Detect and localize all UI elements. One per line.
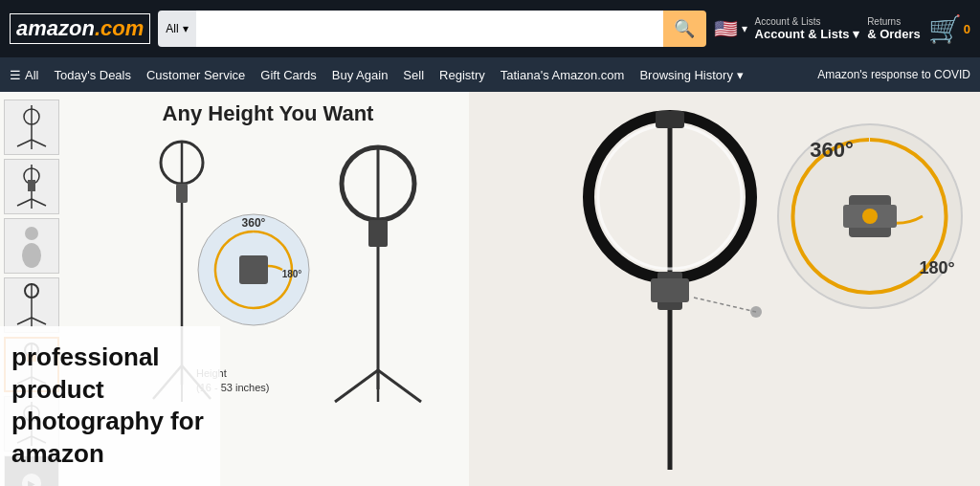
thumbnail-1[interactable] — [4, 99, 59, 155]
todays-deals-label: Today's Deals — [54, 68, 131, 82]
hamburger-icon: ☰ — [10, 68, 21, 82]
customer-service-label: Customer Service — [146, 68, 245, 82]
chevron-down-icon: ▾ — [183, 22, 189, 35]
nav-browsing-history[interactable]: Browsing History ▾ — [639, 68, 743, 82]
svg-rect-43 — [656, 111, 684, 128]
account-line2: Account & Lists ▾ — [755, 27, 860, 41]
svg-line-14 — [32, 318, 46, 324]
all-menu-button[interactable]: ☰ All — [10, 68, 38, 82]
rotation-detail-callout: 360° 180° — [774, 121, 966, 312]
gift-cards-label: Gift Cards — [260, 68, 317, 82]
svg-text:360°: 360° — [810, 138, 854, 162]
search-icon: 🔍 — [674, 18, 695, 39]
main-content: ▶ 2 VIDEOS Any Height You Want — [0, 92, 980, 486]
covid-notice-label: Amazon's response to COVID — [817, 68, 970, 81]
svg-line-33 — [335, 370, 378, 402]
search-button[interactable]: 🔍 — [663, 11, 706, 47]
svg-line-2 — [17, 140, 32, 146]
search-bar: All ▾ 🔍 — [158, 11, 705, 47]
account-menu[interactable]: Account & Lists Account & Lists ▾ — [755, 16, 860, 41]
thumbnail-3[interactable] — [4, 218, 59, 274]
nav-gift-cards[interactable]: Gift Cards — [260, 68, 317, 82]
thumbnail-4[interactable] — [4, 277, 59, 333]
top-navigation: amazon.com All ▾ 🔍 🇺🇸 ▾ Account & Lists … — [0, 0, 980, 57]
orders-label: & Orders — [867, 27, 921, 41]
logo-accent: .com — [95, 16, 144, 40]
svg-point-51 — [862, 209, 878, 224]
nav-tatiana-amazon[interactable]: Tatiana's Amazon.com — [501, 68, 625, 82]
chevron-down-icon: ▾ — [742, 22, 747, 35]
svg-rect-37 — [239, 255, 268, 284]
flag-icon: 🇺🇸 — [714, 17, 738, 40]
product-image-panel: ▶ 2 VIDEOS Any Height You Want — [0, 92, 469, 486]
country-selector[interactable]: 🇺🇸 ▾ — [714, 17, 747, 40]
sell-label: Sell — [403, 68, 424, 82]
svg-text:180°: 180° — [282, 269, 302, 279]
nav-sell[interactable]: Sell — [403, 68, 424, 82]
browsing-history-label: Browsing History ▾ — [639, 68, 743, 82]
svg-line-47 — [694, 298, 756, 312]
thumbnail-2[interactable] — [4, 159, 59, 214]
cart-icon: 🛒 — [928, 13, 962, 45]
svg-line-7 — [17, 199, 32, 206]
returns-orders[interactable]: Returns & Orders — [867, 16, 921, 41]
product-image-title: Any Height You Want — [163, 101, 374, 126]
search-category-label: All — [166, 22, 178, 35]
nav-todays-deals[interactable]: Today's Deals — [54, 68, 131, 82]
search-category-dropdown[interactable]: All ▾ — [158, 11, 195, 47]
svg-text:180°: 180° — [919, 258, 954, 277]
svg-rect-26 — [176, 184, 188, 203]
account-line1: Account & Lists — [755, 16, 821, 27]
nav-customer-service[interactable]: Customer Service — [146, 68, 245, 82]
svg-point-9 — [25, 227, 38, 240]
registry-label: Registry — [439, 68, 485, 82]
svg-rect-6 — [28, 180, 35, 191]
all-label: All — [25, 68, 38, 82]
search-input[interactable] — [196, 11, 663, 47]
svg-rect-45 — [651, 278, 689, 302]
svg-line-8 — [32, 199, 46, 206]
returns-label: Returns — [867, 16, 901, 27]
secondary-navigation: ☰ All Today's Deals Customer Service Gif… — [0, 57, 980, 92]
svg-rect-32 — [368, 220, 388, 247]
nav-buy-again[interactable]: Buy Again — [332, 68, 389, 82]
buy-again-label: Buy Again — [332, 68, 389, 82]
covid-notice[interactable]: Amazon's response to COVID — [817, 68, 970, 81]
overlay-text: professional product photography for ama… — [0, 326, 220, 486]
svg-line-13 — [17, 318, 32, 324]
svg-text:360°: 360° — [242, 216, 266, 230]
svg-line-3 — [32, 140, 46, 146]
svg-line-34 — [378, 370, 421, 402]
cart-count: 0 — [964, 22, 970, 36]
svg-point-10 — [22, 243, 41, 268]
amazon-logo[interactable]: amazon.com — [10, 13, 150, 44]
cart-button[interactable]: 🛒 0 — [928, 13, 970, 45]
right-product-panel: 360° 180° — [469, 92, 980, 486]
tatiana-amazon-label: Tatiana's Amazon.com — [501, 68, 625, 82]
nav-registry[interactable]: Registry — [439, 68, 485, 82]
